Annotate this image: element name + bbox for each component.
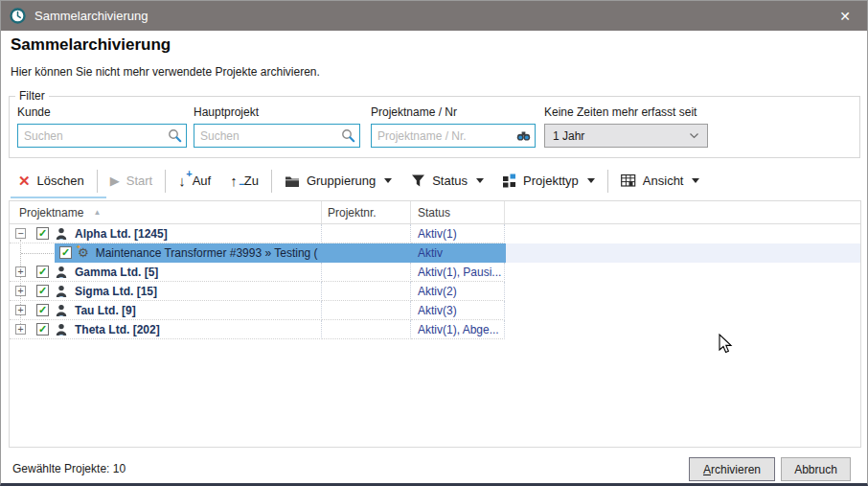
clock-icon [10, 8, 26, 24]
column-header-projektnr[interactable]: Projektnr. [322, 201, 411, 223]
sort-asc-icon: ▲ [93, 208, 101, 217]
field-kunde: Kunde [17, 105, 187, 148]
view-label: Ansicht [643, 174, 684, 188]
expand-icon[interactable]: + [15, 266, 26, 277]
table-row[interactable]: + ✓ Gamma Ltd. [5] Aktiv(1), Pausi... [10, 263, 860, 282]
kunde-search-input[interactable] [17, 124, 187, 148]
row-checkbox[interactable]: ✓ [36, 304, 49, 316]
caret-down-icon [384, 178, 392, 183]
table-header: Projektname ▲ Projektnr. Status [10, 201, 860, 224]
field-projektname: Projektname / Nr [371, 105, 536, 148]
collapse-icon[interactable]: − [15, 228, 26, 239]
project-name: Theta Ltd. [202] [75, 323, 160, 336]
empty-cell [505, 224, 860, 243]
funnel-icon [411, 174, 425, 188]
toolbar-separator [97, 170, 98, 193]
hauptprojekt-label: Hauptprojekt [194, 105, 360, 119]
cancel-button[interactable]: Abbruch [781, 457, 851, 481]
projektnr-cell [322, 263, 411, 282]
project-name: Alpha Ltd. [1245] [75, 227, 168, 241]
empty-cell [505, 301, 860, 320]
dialog-sammelarchivierung: Sammelarchivierung ✕ Sammelarchivierung … [0, 0, 868, 486]
projektnr-cell [322, 320, 411, 339]
grouping-label: Gruppierung [307, 174, 376, 188]
table-row[interactable]: − ✓ Alpha Ltd. [1245] Aktiv(1) [10, 224, 860, 243]
row-checkbox[interactable]: ✓ [36, 285, 49, 297]
expand-all-icon: ↓ + [178, 174, 186, 188]
row-checkbox[interactable]: ✓ [36, 227, 49, 240]
column-header-status[interactable]: Status [411, 201, 505, 223]
close-button[interactable]: ✕ [823, 1, 867, 31]
project-type-label: Projekttyp [523, 174, 579, 188]
table-row[interactable]: + ✓ Tau Ltd. [9] Aktiv(3) [10, 301, 860, 320]
caret-down-icon [476, 178, 484, 183]
status-cell: Aktiv(2) [411, 282, 505, 301]
expand-icon[interactable]: + [15, 324, 26, 335]
toolbar-separator [165, 170, 166, 193]
caret-down-icon [587, 178, 595, 183]
check-icon: ✓ [38, 228, 47, 239]
zeitraum-value: 1 Jahr [553, 129, 584, 143]
expand-all-label: Auf [193, 174, 212, 188]
collapse-all-icon: ↑ − [230, 174, 238, 188]
zeitraum-select[interactable]: 1 Jahr [544, 124, 708, 148]
mouse-cursor [718, 334, 737, 355]
status-cell: Aktiv(3) [411, 301, 505, 320]
table-row-selected[interactable]: ✓ ⚙✦ Maintenance Transformer #3993 » Tes… [10, 243, 860, 263]
customer-icon [55, 304, 68, 317]
delete-button[interactable]: ✕ Löschen [9, 168, 94, 195]
row-checkbox[interactable]: ✓ [36, 266, 49, 278]
search-icon[interactable] [168, 128, 182, 143]
cancel-button-label: Abbruch [794, 463, 837, 476]
field-hauptprojekt: Hauptprojekt [194, 105, 360, 148]
folder-icon [285, 174, 300, 188]
titlebar: Sammelarchivierung ✕ [1, 1, 867, 31]
search-icon[interactable] [341, 128, 355, 143]
grouping-dropdown-button[interactable]: Gruppierung [275, 168, 401, 195]
check-icon: ✓ [61, 247, 70, 258]
table-view-icon [621, 174, 636, 188]
check-icon: ✓ [38, 305, 47, 315]
toolbar-separator [271, 170, 272, 193]
collapse-all-label: Zu [244, 174, 259, 188]
caret-down-icon [692, 178, 699, 183]
projektnr-cell [322, 243, 411, 263]
kunde-label: Kunde [17, 105, 187, 119]
project-type-dropdown-button[interactable]: Projekttyp [493, 168, 605, 195]
selected-projects-count: Gewählte Projekte: 10 [12, 462, 126, 475]
customer-icon [55, 285, 68, 298]
status-filter-dropdown-button[interactable]: Status [401, 168, 493, 195]
column-header-projektname[interactable]: Projektname ▲ [10, 201, 322, 223]
project-name: Sigma Ltd. [15] [75, 285, 157, 298]
expand-icon[interactable]: + [15, 305, 26, 315]
project-name: Gamma Ltd. [5] [75, 266, 158, 279]
start-button[interactable]: ▶ Start [101, 168, 162, 195]
table-row[interactable]: + ✓ Sigma Ltd. [15] Aktiv(2) [10, 282, 860, 301]
status-cell: Aktiv(1), Pausi... [411, 263, 505, 282]
filter-legend: Filter [15, 89, 49, 103]
delete-icon: ✕ [18, 174, 31, 188]
status-filter-label: Status [432, 174, 468, 188]
expand-icon[interactable]: + [15, 286, 26, 296]
archive-button[interactable]: Archivieren [689, 457, 775, 481]
page-title: Sammelarchivierung [11, 35, 171, 55]
empty-cell [505, 282, 860, 301]
projektnr-cell [322, 224, 411, 243]
toolbar-accent-underline [11, 197, 106, 198]
projektnr-cell [322, 301, 411, 320]
projektname-input[interactable] [371, 124, 536, 148]
project-name: Maintenance Transformer #3993 » Testing … [96, 246, 318, 260]
collapse-all-button[interactable]: ↑ − Zu [220, 168, 268, 195]
view-dropdown-button[interactable]: Ansicht [611, 168, 710, 195]
field-zeitraum: Keine Zeiten mehr erfasst seit 1 Jahr [544, 105, 708, 148]
row-checkbox[interactable]: ✓ [36, 323, 49, 336]
check-icon: ✓ [38, 266, 47, 277]
close-icon: ✕ [839, 9, 851, 24]
expand-all-button[interactable]: ↓ + Auf [169, 168, 220, 195]
table-body: − ✓ Alpha Ltd. [1245] Aktiv(1) [10, 224, 860, 339]
row-checkbox[interactable]: ✓ [59, 246, 72, 259]
zeitraum-label: Keine Zeiten mehr erfasst seit [544, 105, 708, 119]
column-header-empty [505, 201, 860, 223]
projektnr-cell [322, 282, 411, 301]
hauptprojekt-search-input[interactable] [194, 124, 360, 148]
